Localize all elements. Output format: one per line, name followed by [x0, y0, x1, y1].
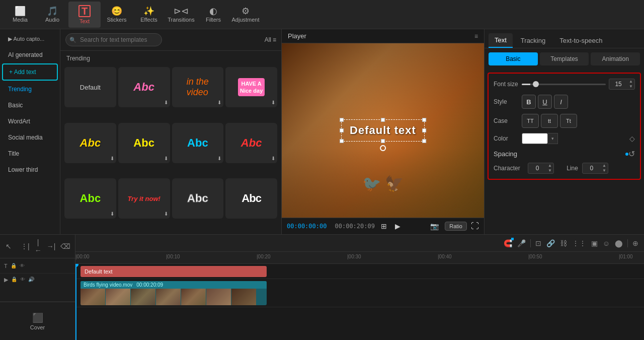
template-abc-black[interactable]: Abc	[225, 178, 277, 219]
text-track-lock[interactable]: 🔒	[11, 263, 17, 268]
tab-text[interactable]: Text	[489, 33, 513, 48]
case-upper[interactable]: TT	[522, 114, 539, 128]
camera-button[interactable]: 📷	[428, 221, 441, 231]
trim-right-button[interactable]: →|	[45, 241, 57, 252]
link-button[interactable]: 🔗	[545, 238, 556, 249]
template-abc-script[interactable]: in thevideo ⬇	[172, 67, 224, 107]
handle-tr[interactable]	[422, 118, 426, 122]
ratio-button[interactable]: Ratio	[445, 222, 467, 231]
sub-tab-animation[interactable]: Animation	[591, 52, 640, 65]
case-lower[interactable]: tt	[541, 114, 558, 128]
video-track-eye[interactable]: 👁	[20, 277, 25, 282]
sub-tab-templates[interactable]: Templates	[540, 52, 589, 65]
trim-left-button[interactable]: |←	[33, 237, 43, 256]
text-selection-box[interactable]: Default text	[341, 119, 425, 142]
font-size-input[interactable]	[609, 79, 627, 89]
template-abc-yellow[interactable]: Abc ⬇	[118, 123, 170, 163]
template-abc-gold[interactable]: Abc ⬇	[64, 123, 116, 163]
template-default[interactable]: Default	[64, 67, 116, 107]
character-input[interactable]	[528, 163, 546, 173]
topbar-adjustment[interactable]: ⚙ Adjustment	[229, 2, 262, 28]
template-abc-green[interactable]: Abc ⬇	[64, 178, 116, 219]
spacing-reset-button[interactable]: ↺	[628, 149, 635, 159]
character-up[interactable]: ▲	[546, 163, 553, 168]
handle-tm[interactable]	[381, 118, 385, 122]
text-clip[interactable]: Default text	[80, 266, 267, 277]
sidebar-item-title[interactable]: Title	[2, 146, 58, 161]
search-input[interactable]	[65, 33, 162, 46]
template-abc-pink[interactable]: Abc ⬇	[118, 67, 170, 107]
tab-tts[interactable]: Text-to-speech	[553, 33, 608, 48]
color-dropdown[interactable]: ▾	[548, 133, 558, 144]
tab-tracking[interactable]: Tracking	[515, 33, 551, 48]
case-title[interactable]: Tt	[560, 114, 577, 128]
fullscreen-button[interactable]: ⛶	[471, 222, 479, 231]
font-size-down[interactable]: ▼	[627, 84, 634, 89]
case-label: Case	[494, 117, 522, 124]
all-filter-button[interactable]: All ≡	[265, 36, 276, 43]
color-swatch[interactable]	[522, 133, 548, 144]
video-clip[interactable]: Birds flying video.mov 00:00:20:09	[80, 281, 267, 305]
sidebar-item-add-text[interactable]: + Add text	[2, 63, 58, 81]
sidebar-item-trending[interactable]: Trending	[2, 82, 58, 97]
topbar-transitions[interactable]: ⊳⊲ Transitions	[165, 2, 197, 28]
sidebar-item-ai-generated[interactable]: AI generated	[2, 47, 58, 62]
topbar-audio[interactable]: 🎵 Audio	[36, 2, 68, 28]
subtitle-button[interactable]: ▣	[590, 238, 599, 249]
split-button[interactable]: ⋮|	[19, 241, 31, 252]
topbar-effects[interactable]: ✨ Effects	[133, 2, 165, 28]
color-diamond-icon[interactable]: ◇	[629, 134, 635, 143]
zoom-button[interactable]: ⊕	[631, 238, 640, 249]
template-abc-red[interactable]: Abc ⬇	[225, 123, 277, 163]
playhead[interactable]	[75, 264, 76, 340]
sidebar-item-social-media[interactable]: Social media	[2, 130, 58, 145]
play-button[interactable]: ▶	[393, 221, 403, 231]
line-up[interactable]: ▲	[601, 163, 608, 168]
color-grade-button[interactable]: ⬤	[613, 238, 624, 249]
topbar-media[interactable]: ⬜ Media	[4, 2, 36, 28]
sidebar-item-lower-third[interactable]: Lower third	[2, 162, 58, 177]
handle-bl[interactable]	[340, 139, 344, 143]
magnet-button[interactable]: 🧲	[502, 238, 514, 249]
unlink-button[interactable]: ⛓	[558, 238, 569, 249]
bold-button[interactable]: B	[522, 95, 536, 109]
handle-br[interactable]	[422, 139, 426, 143]
video-track-lock[interactable]: 🔒	[11, 277, 17, 282]
handle-mr[interactable]	[422, 128, 426, 132]
handle-ml[interactable]	[340, 128, 344, 132]
select-tool-button[interactable]: ↖	[4, 241, 13, 252]
player-menu-icon[interactable]: ≡	[474, 33, 478, 40]
split-clips-button[interactable]: ⊡	[534, 238, 543, 249]
font-size-up[interactable]: ▲	[627, 79, 634, 84]
sidebar-item-auto-caption[interactable]: ▶ Auto capto...	[2, 32, 58, 46]
cover-button[interactable]: ⬛ Cover	[30, 312, 45, 330]
rotate-handle[interactable]	[380, 145, 386, 151]
delete-button[interactable]: ⌫	[59, 241, 72, 252]
line-down[interactable]: ▼	[601, 168, 608, 173]
emoji-button[interactable]: ☺	[601, 238, 611, 249]
template-have-nice[interactable]: HAVE ANice day ⬇	[225, 67, 277, 107]
line-input[interactable]	[583, 163, 601, 173]
template-abc-outline[interactable]: Abc	[172, 178, 224, 219]
align-button[interactable]: ⋮⋮	[571, 238, 588, 249]
player-text-overlay[interactable]: Default text	[350, 124, 416, 137]
italic-button[interactable]: I	[554, 95, 568, 109]
underline-button[interactable]: U	[538, 95, 552, 109]
font-size-row: Font size ▲ ▼	[494, 79, 635, 90]
text-track-eye[interactable]: 👁	[20, 263, 25, 268]
sidebar-item-basic[interactable]: Basic	[2, 98, 58, 113]
font-size-slider[interactable]	[522, 84, 606, 85]
character-down[interactable]: ▼	[546, 168, 553, 173]
template-abc-cyan[interactable]: Abc ⬇	[172, 123, 224, 163]
video-track-audio[interactable]: 🔊	[28, 277, 34, 282]
sub-tab-basic[interactable]: Basic	[489, 52, 538, 65]
grid-view-button[interactable]: ⊞	[379, 221, 389, 231]
voiceover-button[interactable]: 🎤	[516, 238, 527, 249]
topbar-filters[interactable]: ◐ Filters	[197, 2, 229, 28]
topbar-text[interactable]: T Text	[68, 2, 101, 28]
sidebar-item-wordart[interactable]: WordArt	[2, 114, 58, 129]
topbar-stickers[interactable]: 😊 Stickers	[101, 2, 133, 28]
handle-tl[interactable]	[340, 118, 344, 122]
template-abc-tryitnow[interactable]: Try it now! ⬇	[118, 178, 170, 219]
handle-bm[interactable]	[381, 139, 385, 143]
